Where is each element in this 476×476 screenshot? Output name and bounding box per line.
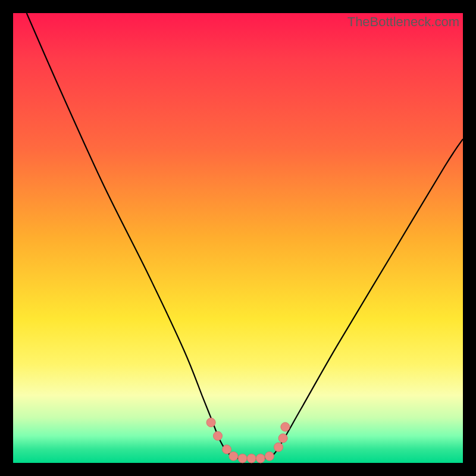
marker-group — [206, 418, 290, 463]
plot-area: TheBottleneck.com — [13, 13, 463, 463]
trough-marker — [247, 454, 256, 463]
trough-marker — [229, 452, 238, 461]
trough-marker — [278, 434, 287, 443]
trough-marker — [238, 454, 247, 463]
curve-svg — [13, 13, 463, 463]
trough-marker — [206, 418, 215, 427]
outer-frame: TheBottleneck.com — [0, 0, 476, 476]
trough-marker — [214, 431, 223, 440]
trough-marker — [274, 443, 283, 452]
trough-marker — [265, 452, 274, 461]
trough-marker — [223, 445, 231, 454]
trough-marker — [281, 422, 290, 431]
bottleneck-curve-path — [27, 13, 463, 459]
trough-marker — [256, 454, 265, 463]
